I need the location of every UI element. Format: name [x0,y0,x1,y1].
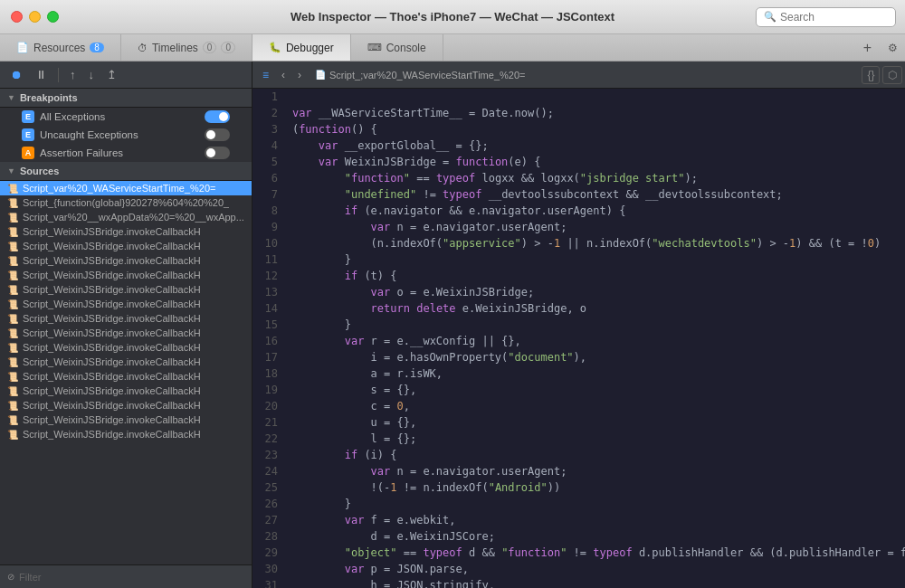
line-number: 17 [252,349,285,365]
source-name: Script_WeixinJSBridge.invokeCallbackH [23,414,201,425]
search-input[interactable] [780,11,888,24]
source-item-3[interactable]: 📜Script_WeixinJSBridge.invokeCallbackH [0,224,252,239]
tab-console[interactable]: ⌨ Console [351,34,443,61]
line-code[interactable]: var n = e.navigator.userAgent; [285,219,905,235]
breadcrumb: 📄 Script_;var%20_WAServiceStartTime_%20= [310,70,859,81]
line-number: 30 [252,561,285,577]
line-code[interactable]: if (e.navigator && e.navigator.userAgent… [285,203,905,219]
source-file-icon: 📜 [7,270,18,280]
line-code[interactable]: d = e.WeixinJSCore; [285,528,905,545]
source-item-9[interactable]: 📜Script_WeixinJSBridge.invokeCallbackH [0,311,252,326]
line-code[interactable]: s = {}, [285,382,905,398]
format-button[interactable]: {} [862,66,880,84]
bp-toggle-uncaught-exceptions[interactable] [205,128,230,141]
source-item-5[interactable]: 📜Script_WeixinJSBridge.invokeCallbackH [0,253,252,268]
source-item-14[interactable]: 📜Script_WeixinJSBridge.invokeCallbackH [0,384,252,398]
line-code[interactable]: i = e.hasOwnProperty("document"), [285,349,905,365]
bp-item-assertion-failures[interactable]: A Assertion Failures [0,144,252,162]
bp-item-all-exceptions[interactable]: E All Exceptions [0,108,252,126]
source-item-15[interactable]: 📜Script_WeixinJSBridge.invokeCallbackH [0,398,252,413]
table-row: 17 i = e.hasOwnProperty("document"), [252,349,905,365]
line-code[interactable]: } [285,317,905,333]
bp-item-uncaught-exceptions[interactable]: E Uncaught Exceptions [0,126,252,144]
settings-button[interactable]: ⚙ [881,34,905,61]
source-item-8[interactable]: 📜Script_WeixinJSBridge.invokeCallbackH [0,297,252,311]
source-item-11[interactable]: 📜Script_WeixinJSBridge.invokeCallbackH [0,340,252,355]
add-tab-button[interactable]: + [854,34,881,61]
step-over-button[interactable]: ↑ [66,66,80,83]
source-item-13[interactable]: 📜Script_WeixinJSBridge.invokeCallbackH [0,369,252,384]
filter-bar: ⊘ [0,564,252,588]
line-code[interactable]: var p = JSON.parse, [285,561,905,577]
tab-debugger[interactable]: 🐛 Debugger [252,34,351,61]
table-row: 14 return delete e.WeixinJSBridge, o [252,300,905,317]
source-item-16[interactable]: 📜Script_WeixinJSBridge.invokeCallbackH [0,413,252,427]
line-code[interactable]: var o = e.WeixinJSBridge; [285,284,905,300]
source-item-17[interactable]: 📜Script_WeixinJSBridge.invokeCallbackH [0,427,252,441]
line-code[interactable]: } [285,251,905,268]
line-code[interactable]: } [285,496,905,512]
source-item-10[interactable]: 📜Script_WeixinJSBridge.invokeCallbackH [0,326,252,340]
line-code[interactable]: (n.indexOf("appservice") > -1 || n.index… [285,235,905,251]
step-into-button[interactable]: ↓ [85,66,99,83]
line-code[interactable]: if (i) { [285,447,905,463]
code-editor[interactable]: 1 2 var __WAServiceStartTime__ = Date.no… [252,89,905,588]
line-number: 15 [252,317,285,333]
bp-toggle-all-exceptions[interactable] [205,110,230,123]
minimize-button[interactable] [29,11,41,23]
breakpoints-section-header[interactable]: ▼ Breakpoints [0,89,252,108]
close-button[interactable] [11,11,23,23]
table-row: 30 var p = JSON.parse, [252,561,905,577]
toolbar-separator [58,68,59,82]
line-code[interactable]: var WeixinJSBridge = function(e) { [285,154,905,170]
source-item-4[interactable]: 📜Script_WeixinJSBridge.invokeCallbackH [0,239,252,253]
line-number: 5 [252,154,285,170]
line-numbers-toggle[interactable]: ≡ [258,67,273,83]
line-number: 27 [252,512,285,528]
fullscreen-button[interactable] [47,11,59,23]
line-code[interactable]: if (t) { [285,268,905,284]
source-item-0[interactable]: 📜Script_var%20_WAServiceStartTime_%20= [0,181,252,195]
tab-resources[interactable]: 📄 Resources 8 [0,34,121,61]
source-item-7[interactable]: 📜Script_WeixinJSBridge.invokeCallbackH [0,282,252,297]
line-code[interactable]: !(-1 != n.indexOf("Android")) [285,479,905,496]
line-code[interactable]: h = JSON.stringify, [285,577,905,588]
line-code[interactable]: var n = e.navigator.userAgent; [285,463,905,479]
source-item-12[interactable]: 📜Script_WeixinJSBridge.invokeCallbackH [0,355,252,369]
table-row: 24 var n = e.navigator.userAgent; [252,463,905,479]
source-file-icon: 📜 [7,357,18,367]
breakpoints-toggle-button[interactable]: ⏺ [7,66,26,83]
search-box[interactable]: 🔍 [756,7,896,27]
line-code[interactable]: "function" == typeof logxx && logxx("jsb… [285,170,905,186]
filter-input[interactable] [19,572,244,583]
line-code[interactable]: var f = e.webkit, [285,512,905,528]
line-code[interactable] [285,89,905,105]
line-code[interactable]: l = {}; [285,431,905,447]
filter-icon: ⊘ [7,572,14,582]
line-code[interactable]: var r = e.__wxConfig || {}, [285,333,905,349]
pause-button[interactable]: ⏸ [32,66,51,83]
tab-timelines[interactable]: ⏱ Timelines 0 0 [121,34,252,61]
back-button[interactable]: ‹ [277,67,290,83]
source-name: Script_WeixinJSBridge.invokeCallbackH [23,270,201,280]
source-map-button[interactable]: ⬡ [882,66,902,84]
line-code[interactable]: var __WAServiceStartTime__ = Date.now(); [285,105,905,121]
source-name: Script_WeixinJSBridge.invokeCallbackH [23,241,201,251]
source-item-2[interactable]: 📜Script_var%20__wxAppData%20=%20__wxApp.… [0,210,252,224]
step-out-button[interactable]: ↥ [103,66,120,83]
source-item-1[interactable]: 📜Script_{function(global}920278%604%20%2… [0,195,252,210]
forward-button[interactable]: › [293,67,306,83]
line-code[interactable]: u = {}, [285,414,905,431]
bp-toggle-assertion-failures[interactable] [205,147,230,159]
line-code[interactable]: a = r.isWK, [285,365,905,382]
source-item-6[interactable]: 📜Script_WeixinJSBridge.invokeCallbackH [0,268,252,282]
source-name: Script_WeixinJSBridge.invokeCallbackH [23,255,201,266]
line-code[interactable]: (function() { [285,121,905,138]
line-code[interactable]: var __exportGlobal__ = {}; [285,138,905,154]
line-code[interactable]: "undefined" != typeof __devtoolssubconte… [285,186,905,203]
line-code[interactable]: c = 0, [285,398,905,414]
line-number: 4 [252,138,285,154]
sources-section-header[interactable]: ▼ Sources [0,162,252,181]
line-code[interactable]: "object" == typeof d && "function" != ty… [285,545,905,561]
line-code[interactable]: return delete e.WeixinJSBridge, o [285,300,905,317]
